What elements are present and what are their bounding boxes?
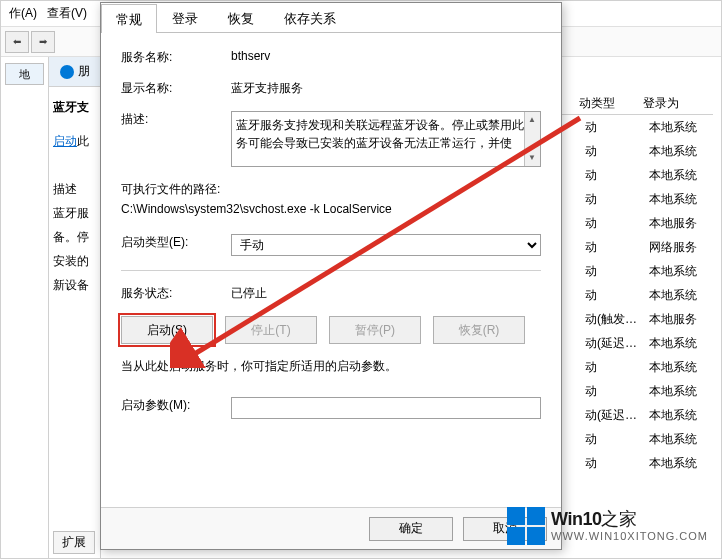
watermark: Win10之家 WWW.WIN10XITONG.COM xyxy=(507,507,708,545)
tab-general[interactable]: 常规 xyxy=(101,4,157,33)
toolbar-fwd-icon[interactable]: ➡ xyxy=(31,31,55,53)
cell-startup: 动 xyxy=(585,455,649,472)
start-link[interactable]: 启动 xyxy=(53,134,77,148)
cell-startup: 动 xyxy=(585,287,649,304)
cell-logon: 本地系统 xyxy=(649,191,713,208)
address-icon[interactable]: 地 xyxy=(5,63,44,85)
cell-startup: 动 xyxy=(585,143,649,160)
cell-startup: 动(触发… xyxy=(585,311,649,328)
cell-logon: 本地系统 xyxy=(649,431,713,448)
cell-logon: 本地服务 xyxy=(649,215,713,232)
menu-view[interactable]: 查看(V) xyxy=(47,5,87,22)
cell-logon: 本地系统 xyxy=(649,167,713,184)
description-textarea[interactable]: 蓝牙服务支持发现和关联远程蓝牙设备。停止或禁用此服务可能会导致已安装的蓝牙设备无… xyxy=(231,111,541,167)
status-value: 已停止 xyxy=(231,285,541,302)
service-name-value: bthserv xyxy=(231,49,541,63)
cell-logon: 本地系统 xyxy=(649,335,713,352)
menu-action[interactable]: 作(A) xyxy=(9,5,37,22)
scrollbar[interactable] xyxy=(524,112,540,166)
mid-desc-1: 蓝牙服 xyxy=(53,201,96,225)
cell-startup: 动 xyxy=(585,239,649,256)
cell-logon: 本地系统 xyxy=(649,287,713,304)
cell-startup: 动 xyxy=(585,119,649,136)
cell-startup: 动 xyxy=(585,167,649,184)
param-label: 启动参数(M): xyxy=(121,397,231,414)
mid-desc-4: 新设备 xyxy=(53,273,96,297)
col-logon[interactable]: 登录为 xyxy=(641,91,705,114)
display-name-label: 显示名称: xyxy=(121,80,231,97)
mid-desc-label: 描述 xyxy=(53,177,96,201)
tab-deps[interactable]: 依存关系 xyxy=(269,3,351,32)
description-text: 蓝牙服务支持发现和关联远程蓝牙设备。停止或禁用此服务可能会导致已安装的蓝牙设备无… xyxy=(236,118,536,150)
param-input[interactable] xyxy=(231,397,541,419)
cell-startup: 动(延迟… xyxy=(585,335,649,352)
cell-logon: 网络服务 xyxy=(649,239,713,256)
exe-path: C:\Windows\system32\svchost.exe -k Local… xyxy=(121,202,392,216)
cell-startup: 动 xyxy=(585,431,649,448)
cell-logon: 本地系统 xyxy=(649,455,713,472)
cell-logon: 本地系统 xyxy=(649,263,713,280)
service-properties-dialog: 常规 登录 恢复 依存关系 服务名称: bthserv 显示名称: 蓝牙支持服务… xyxy=(100,2,562,550)
mid-title: 蓝牙支 xyxy=(53,95,96,119)
tab-logon[interactable]: 登录 xyxy=(157,3,213,32)
display-name-value: 蓝牙支持服务 xyxy=(231,80,541,97)
startup-select[interactable]: 手动 xyxy=(231,234,541,256)
cell-logon: 本地系统 xyxy=(649,383,713,400)
exe-label: 可执行文件的路径: xyxy=(121,181,220,198)
bottom-tab-extended[interactable]: 扩展 xyxy=(53,531,95,554)
cell-startup: 动 xyxy=(585,383,649,400)
cell-startup: 动 xyxy=(585,215,649,232)
cell-logon: 本地系统 xyxy=(649,359,713,376)
start-suffix: 此 xyxy=(77,134,89,148)
cell-logon: 本地系统 xyxy=(649,407,713,424)
start-button[interactable]: 启动(S) xyxy=(121,316,213,344)
desc-label: 描述: xyxy=(121,111,231,128)
windows-logo-icon xyxy=(507,507,545,545)
cell-startup: 动(延迟… xyxy=(585,407,649,424)
stop-button: 停止(T) xyxy=(225,316,317,344)
cell-logon: 本地服务 xyxy=(649,311,713,328)
mid-desc-3: 安装的 xyxy=(53,249,96,273)
status-label: 服务状态: xyxy=(121,285,231,302)
cell-logon: 本地系统 xyxy=(649,143,713,160)
resume-button: 恢复(R) xyxy=(433,316,525,344)
tab-recovery[interactable]: 恢复 xyxy=(213,3,269,32)
divider xyxy=(121,270,541,271)
mid-desc-2: 备。停 xyxy=(53,225,96,249)
services-icon xyxy=(60,65,74,79)
pause-button: 暂停(P) xyxy=(329,316,421,344)
mid-header-text: 朋 xyxy=(78,63,90,80)
cell-startup: 动 xyxy=(585,359,649,376)
ok-button[interactable]: 确定 xyxy=(369,517,453,541)
service-name-label: 服务名称: xyxy=(121,49,231,66)
toolbar-back-icon[interactable]: ⬅ xyxy=(5,31,29,53)
col-startup[interactable]: 动类型 xyxy=(577,91,641,114)
startup-label: 启动类型(E): xyxy=(121,234,231,251)
cell-logon: 本地系统 xyxy=(649,119,713,136)
cell-startup: 动 xyxy=(585,263,649,280)
cell-startup: 动 xyxy=(585,191,649,208)
hint-text: 当从此处启动服务时，你可指定所适用的启动参数。 xyxy=(121,358,541,375)
